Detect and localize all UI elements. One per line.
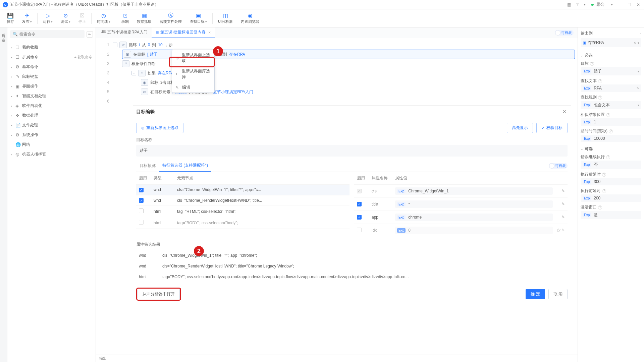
- help-icon[interactable]: ?: [598, 205, 602, 209]
- publish-button[interactable]: ✈发布▾: [18, 11, 36, 25]
- group-required[interactable]: ⌄必选: [581, 50, 641, 59]
- reselect-button[interactable]: ⊕重新从界面上选取: [136, 123, 183, 133]
- output-panel-header[interactable]: 输出: [96, 355, 578, 362]
- tree-item[interactable]: ▸⚙系统操作: [7, 130, 96, 140]
- tab-close-icon[interactable]: ×: [208, 30, 211, 35]
- grid-icon[interactable]: ▦: [566, 2, 572, 8]
- table-row[interactable]: ✓appExpchrome✎: [354, 211, 568, 224]
- analyzer-button[interactable]: ◫UI分析器: [214, 11, 237, 25]
- help-icon[interactable]: ?: [606, 155, 610, 159]
- search-input[interactable]: [19, 32, 82, 37]
- checkbox[interactable]: ✓: [357, 202, 362, 206]
- highlight-button[interactable]: 高亮显示: [507, 123, 533, 133]
- modal-close-button[interactable]: ×: [561, 107, 568, 117]
- user-status[interactable]: 愚公: [590, 1, 607, 8]
- cancel-button[interactable]: 取 消: [548, 289, 568, 299]
- tab-lesson5[interactable]: ≣第五课 批量标准回复内容×: [152, 27, 215, 38]
- table-row[interactable]: idxExp0fx ✎: [354, 224, 568, 237]
- cm-reselect-lib[interactable]: +重新从界面库选择: [172, 66, 214, 82]
- table-row[interactable]: ✓wndcls="Chrome_RenderWidgetHostHWND"; t…: [136, 195, 350, 206]
- table-row[interactable]: htmltag="HTML"; css-selector="html";: [136, 206, 350, 217]
- browser-button[interactable]: ◉内置浏览器: [237, 11, 263, 25]
- smart-button[interactable]: Ⓐ智能文档处理: [156, 11, 186, 25]
- help-icon[interactable]: ?: [602, 173, 606, 177]
- group-optional[interactable]: ⌄可选: [581, 143, 641, 153]
- tree-item[interactable]: ▸☐扩展命令+获取命令: [7, 52, 96, 62]
- help-icon[interactable]: ?: [609, 129, 613, 133]
- prop-predelay-value[interactable]: Exp200: [581, 194, 641, 202]
- target-icon: ▣: [124, 51, 131, 58]
- edit-icon[interactable]: ✎: [553, 189, 565, 193]
- checkbox[interactable]: ✓: [139, 198, 144, 203]
- help-icon[interactable]: ?: [598, 96, 602, 100]
- verify-button[interactable]: ✓校验目标: [536, 123, 568, 133]
- system-icon: ⚙: [15, 132, 21, 137]
- capture-button[interactable]: ▦数据抓取: [133, 11, 156, 25]
- prop-target-value[interactable]: Exp贴子▾: [581, 67, 641, 75]
- checkbox[interactable]: [357, 228, 362, 232]
- tree-item[interactable]: ▸📄文件处理: [7, 120, 96, 130]
- edit-icon[interactable]: ✎: [553, 202, 565, 206]
- help-icon[interactable]: ?: [590, 62, 594, 66]
- tree-item[interactable]: ▸🖱鼠标键盘: [7, 72, 96, 81]
- prop-sim-value[interactable]: Exp1: [581, 118, 641, 126]
- tab-main-flow[interactable]: ᚙ五节小课搞定RPA入门: [97, 27, 152, 38]
- cm-edit[interactable]: ✎编辑: [172, 82, 214, 93]
- cm-reselect-screen[interactable]: ⊕重新从界面上选取: [172, 50, 214, 66]
- tree-item[interactable]: ▸⚙基本命令: [7, 62, 96, 72]
- checkbox[interactable]: ✓: [357, 215, 362, 220]
- fx-icon[interactable]: fx ✎: [553, 228, 565, 233]
- prop-activate-value[interactable]: Exp是: [581, 211, 641, 219]
- close-button[interactable]: ✕: [635, 2, 641, 8]
- output-variable-chip[interactable]: ▣存在RPA×▾: [581, 38, 641, 47]
- tree-item[interactable]: ▸❖数据处理: [7, 111, 96, 120]
- code-area[interactable]: − ⟳ 循环 i 从 0 到 10 ，步 ▣ 在目标 [ 贴子 否存在 输出到 …: [113, 38, 578, 355]
- open-analyzer-button[interactable]: 从UI分析器中打开: [138, 289, 180, 299]
- search-input-wrap[interactable]: 🔍: [10, 30, 85, 38]
- help-icon[interactable]: ?: [602, 189, 606, 193]
- prop-find-value[interactable]: ExpRPA✎: [581, 84, 641, 92]
- user-dropdown-icon[interactable]: ▾: [610, 2, 614, 7]
- tree-item[interactable]: ▸☐我的收藏: [7, 43, 96, 52]
- get-cmd-link[interactable]: +获取命令: [74, 55, 92, 60]
- table-row[interactable]: ✓clsExpChrome_WidgetWin_1✎: [354, 185, 568, 198]
- help-icon[interactable]: ?: [598, 79, 602, 83]
- checkbox[interactable]: ✓: [139, 188, 144, 192]
- fold-icon[interactable]: −: [131, 71, 136, 75]
- debug-button[interactable]: ⊙调试▾: [57, 11, 74, 25]
- run-button[interactable]: ▷运行▾: [39, 11, 57, 25]
- checkbox[interactable]: [139, 220, 144, 225]
- tree-item[interactable]: ▸▣界面操作: [7, 81, 96, 91]
- timeline-button[interactable]: ◷时间线▾: [93, 11, 114, 25]
- maximize-button[interactable]: ☐: [626, 2, 633, 8]
- prop-postdelay-value[interactable]: Exp300: [581, 178, 641, 185]
- clear-icon[interactable]: ×: [634, 41, 636, 45]
- ok-button[interactable]: 确 定: [526, 289, 545, 299]
- help-icon[interactable]: ?: [575, 2, 580, 8]
- record-button[interactable]: ⊡录制: [117, 11, 133, 25]
- help-dropdown-icon[interactable]: ▾: [583, 2, 587, 7]
- table-row[interactable]: htmltag="BODY"; css-selector="body";: [136, 217, 350, 229]
- tab-preview[interactable]: 目标预览: [136, 160, 159, 171]
- tree-item[interactable]: ▸◎机器人指挥官: [7, 149, 96, 159]
- target-name-input[interactable]: 贴子: [136, 145, 568, 157]
- tree-item[interactable]: 🌐网络: [7, 140, 96, 149]
- table-row[interactable]: ✓titleExp*✎: [354, 198, 568, 211]
- filter-visualize-toggle[interactable]: 可视化: [549, 163, 568, 169]
- tree-item[interactable]: ▸◈软件自动化: [7, 101, 96, 111]
- prop-errcont-value[interactable]: Exp否: [581, 161, 641, 169]
- table-row[interactable]: ✓wndcls="Chrome_WidgetWin_1"; title="*";…: [136, 185, 350, 195]
- checkbox[interactable]: [139, 208, 144, 213]
- find-target-button[interactable]: ▣查找目标▾: [186, 11, 211, 25]
- fold-icon[interactable]: −: [113, 43, 117, 47]
- edit-icon[interactable]: ✎: [553, 215, 565, 220]
- collapse-sidebar-icon[interactable]: ⇤: [87, 31, 93, 38]
- minimize-button[interactable]: —: [617, 2, 624, 8]
- tab-filter[interactable]: 特征筛选器 (支持通配符*): [159, 160, 211, 172]
- prop-timeout-value[interactable]: Exp10000: [581, 135, 641, 142]
- save-button[interactable]: 💾保存: [3, 11, 18, 25]
- tree-item[interactable]: ▸✦智能文档处理: [7, 91, 96, 101]
- prop-rule-value[interactable]: Exp包含文本▾: [581, 101, 641, 109]
- help-icon[interactable]: ?: [606, 113, 610, 117]
- visualize-toggle[interactable]: 可视化: [555, 30, 574, 36]
